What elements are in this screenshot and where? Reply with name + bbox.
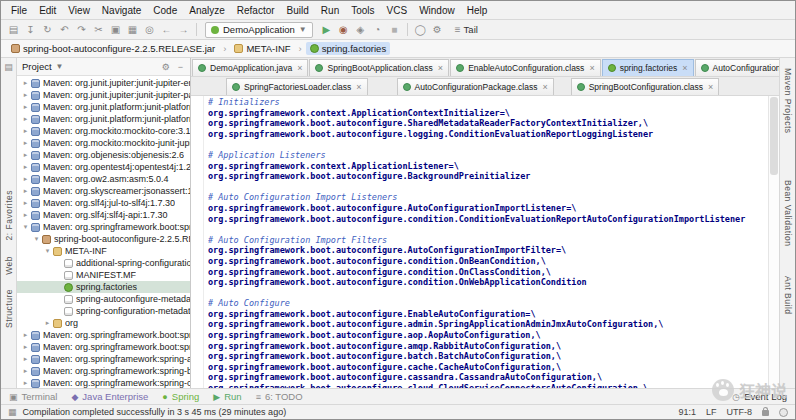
toolwindow-ant-build[interactable]: Ant Build [783, 276, 793, 315]
code-line[interactable]: org.springframework.boot.autoconfigure.c… [208, 267, 768, 278]
code-line[interactable]: org.springframework.boot.autoconfigure.E… [208, 309, 768, 320]
tree-item[interactable]: Maven: org.slf4j:slf4j-api:1.7.30 [17, 209, 190, 221]
tree-item[interactable]: Maven: org.springframework.boot:spring-b… [17, 329, 190, 341]
tree-item[interactable]: Maven: org.springframework.boot:spring-b… [17, 221, 190, 233]
toolwindow-bean-validation[interactable]: Bean Validation [783, 180, 793, 246]
toolwindow-favorites[interactable]: 2: Favorites [4, 190, 14, 240]
code-content[interactable]: # Initializers org.springframework.conte… [204, 96, 768, 388]
save-all-icon[interactable]: ↧ [22, 22, 39, 38]
code-line[interactable]: org.springframework.context.ApplicationC… [208, 108, 768, 119]
project-panel-title[interactable]: Project [22, 61, 52, 72]
toolwindow-spring[interactable]: ● Spring [162, 391, 199, 402]
editor-scrollbar[interactable] [768, 96, 779, 388]
code-line[interactable]: # Application Listeners [208, 150, 768, 161]
tail-button[interactable]: ≡ Tail [455, 24, 478, 35]
code-line[interactable] [208, 139, 768, 150]
chevron-icon[interactable] [21, 103, 30, 111]
close-tab-icon[interactable]: × [438, 63, 443, 73]
tree-item[interactable]: Maven: org.objenesis:objenesis:2.6 [17, 149, 190, 161]
code-line[interactable]: org.springframework.boot.autoconfigure.S… [208, 118, 768, 129]
code-line[interactable]: org.springframework.boot.autoconfigure.a… [208, 319, 768, 330]
code-line[interactable]: org.springframework.context.ApplicationL… [208, 161, 768, 172]
code-line[interactable]: # Auto Configuration Import Filters [208, 235, 768, 246]
code-line[interactable]: org.springframework.boot.autoconfigure.a… [208, 330, 768, 341]
toolwindow-run[interactable]: ▶ Run [213, 391, 241, 402]
tree-item[interactable]: Maven: org.springframework:spring-contex… [17, 377, 190, 388]
chevron-icon[interactable] [21, 79, 30, 87]
tree-item[interactable]: META-INF [17, 245, 190, 257]
tree-item[interactable]: Maven: org.junit.platform:junit-platform… [17, 113, 190, 125]
code-line[interactable]: # Auto Configure [208, 298, 768, 309]
tree-item[interactable]: Maven: org.opentest4j:opentest4j:1.2.0 [17, 161, 190, 173]
tree-item[interactable]: spring-configuration-metadata.json [17, 305, 190, 317]
coverage-icon[interactable]: ◈ [352, 22, 369, 38]
code-line[interactable]: org.springframework.boot.autoconfigure.b… [208, 351, 768, 362]
editor-tab[interactable]: AutoConfigurationImportSelector.class × [695, 59, 779, 76]
menu-item[interactable]: Tools [345, 3, 380, 18]
close-tab-icon[interactable]: × [589, 63, 594, 73]
menu-item[interactable]: VCS [381, 3, 414, 18]
copy-icon[interactable]: ▣ [107, 22, 124, 38]
code-line[interactable]: org.springframework.boot.autoconfigure.c… [208, 362, 768, 373]
chevron-icon[interactable] [21, 211, 30, 219]
caret-position[interactable]: 91:1 [678, 407, 696, 417]
chevron-icon[interactable] [21, 115, 30, 123]
tree-item[interactable]: Maven: org.springframework:spring-aop:5.… [17, 353, 190, 365]
tree-item[interactable]: spring-autoconfigure-metadata.properties [17, 293, 190, 305]
code-line[interactable]: org.springframework.boot.autoconfigure.B… [208, 171, 768, 182]
highlighting-level-icon[interactable] [779, 408, 788, 417]
chevron-down-icon[interactable]: ▼ [56, 62, 64, 71]
stop-icon[interactable]: ■ [386, 22, 403, 38]
chevron-icon[interactable] [21, 367, 30, 375]
menu-item[interactable]: File [5, 3, 33, 18]
tree-item[interactable]: Maven: org.junit.jupiter:junit-jupiter-e… [17, 77, 190, 89]
chevron-icon[interactable] [21, 163, 30, 171]
code-line[interactable] [208, 182, 768, 193]
tree-item[interactable]: org [17, 317, 190, 329]
chevron-icon[interactable] [21, 355, 30, 363]
tree-item[interactable]: Maven: org.springframework.boot:spring-b… [17, 341, 190, 353]
toolwindow-web[interactable]: Web [4, 256, 14, 275]
chevron-icon[interactable] [32, 235, 41, 243]
menu-item[interactable]: Help [461, 3, 494, 18]
paste-icon[interactable]: ▦ [124, 22, 141, 38]
project-toolwindow-icon[interactable]: ▤ [4, 62, 13, 72]
close-tab-icon[interactable]: × [542, 82, 547, 92]
toolwindow-structure[interactable]: Structure [4, 289, 14, 328]
editor-tab[interactable]: SpringFactoriesLoader.class × [226, 78, 368, 95]
editor-gutter[interactable] [191, 96, 204, 388]
toolwindow-todo[interactable]: ≡ 6: TODO [256, 391, 303, 402]
chevron-icon[interactable] [43, 247, 52, 255]
menu-item[interactable]: View [62, 3, 96, 18]
code-line[interactable]: org.springframework.boot.autoconfigure.c… [208, 256, 768, 267]
tree-item[interactable]: Maven: org.mockito:mockito-junit-jupiter… [17, 137, 190, 149]
code-line[interactable]: org.springframework.boot.autoconfigure.c… [208, 214, 768, 225]
toolwindow-maven-projects[interactable]: Maven Projects [783, 68, 793, 134]
menu-item[interactable]: Window [413, 3, 461, 18]
editor-tab[interactable]: SpringBootApplication.class × [309, 59, 449, 76]
chevron-icon[interactable] [21, 151, 30, 159]
breadcrumb-spring-factories[interactable]: spring.factories [306, 42, 390, 55]
tree-item[interactable]: Maven: org.ow2.asm:asm:5.0.4 [17, 173, 190, 185]
tree-item[interactable]: spring-boot-autoconfigure-2.2.5.RELEASE.… [17, 233, 190, 245]
code-line[interactable]: # Auto Configuration Import Listeners [208, 192, 768, 203]
search-everywhere-icon[interactable]: ◯ [412, 22, 429, 38]
close-tab-icon[interactable]: × [297, 63, 302, 73]
code-line[interactable]: org.springframework.boot.autoconfigure.c… [208, 277, 768, 288]
chevron-icon[interactable] [21, 223, 30, 231]
breadcrumb-meta-inf[interactable]: META-INF [230, 42, 305, 55]
code-line[interactable]: org.springframework.boot.autoconfigure.c… [208, 372, 768, 383]
tree-item[interactable]: spring.factories [17, 281, 190, 293]
back-icon[interactable]: ← [158, 22, 175, 38]
menu-item[interactable]: Navigate [96, 3, 147, 18]
tree-item[interactable]: MANIFEST.MF [17, 269, 190, 281]
editor-tab[interactable]: EnableAutoConfiguration.class × [450, 59, 601, 76]
sync-icon[interactable]: ↻ [39, 22, 56, 38]
breadcrumb-jar[interactable]: spring-boot-autoconfigure-2.2.5.RELEASE.… [7, 42, 230, 55]
undo-icon[interactable]: ↶ [56, 22, 73, 38]
forward-icon[interactable]: → [175, 22, 192, 38]
collapse-all-icon[interactable]: − [176, 62, 185, 72]
menu-item[interactable]: Code [147, 3, 183, 18]
chevron-icon[interactable] [21, 127, 30, 135]
chevron-icon[interactable] [21, 91, 30, 99]
